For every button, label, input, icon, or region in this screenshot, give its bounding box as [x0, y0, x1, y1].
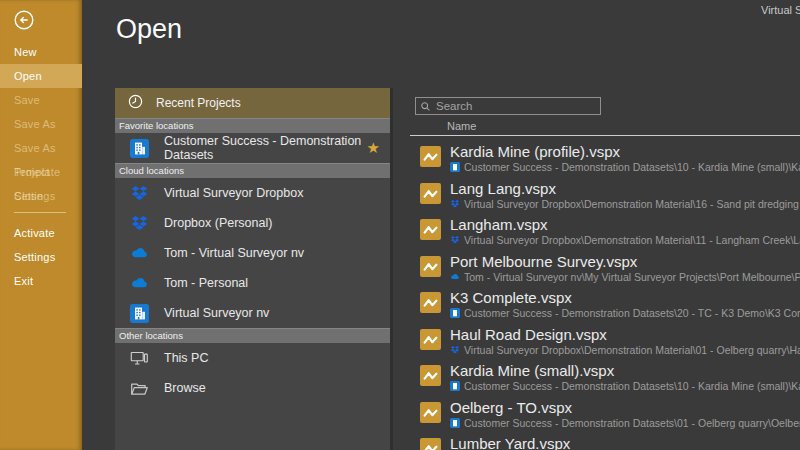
backstage-sidebar: New Open Save Save As Save As Template P…	[0, 0, 82, 450]
dropbox-icon	[450, 199, 460, 209]
location-virtual-surveyor-dropbox[interactable]: Virtual Surveyor Dropbox	[115, 178, 390, 208]
location-tom-personal[interactable]: Tom - Personal	[115, 268, 390, 298]
column-header-divider	[410, 135, 800, 136]
recent-files-list: Kardia Mine (profile).vspx Customer Succ…	[410, 139, 800, 450]
folder-open-icon	[130, 379, 149, 398]
location-tom-virtual-surveyor[interactable]: Tom - Virtual Surveyor nv	[115, 238, 390, 268]
file-path: Customer Success - Demonstration Dataset…	[450, 417, 800, 429]
dropbox-icon	[130, 214, 149, 233]
sidebar-item-open[interactable]: Open	[0, 64, 82, 88]
building-icon	[130, 139, 149, 158]
page-title: Open	[116, 14, 182, 45]
sidebar-item-activate[interactable]: Activate	[0, 221, 82, 245]
file-row-kardia-mine-small[interactable]: Kardia Mine (small).vspx Customer Succes…	[410, 358, 800, 395]
sidebar-item-save-as-template: Save As Template	[0, 136, 82, 160]
building-icon	[450, 162, 460, 172]
file-path: Virtual Surveyor Dropbox\Demonstration M…	[450, 234, 800, 246]
dropbox-icon	[130, 184, 149, 203]
location-label: Tom - Virtual Surveyor nv	[164, 246, 304, 260]
sidebar-divider	[14, 212, 66, 213]
location-label: Virtual Surveyor Dropbox	[164, 186, 303, 200]
file-name: Langham.vspx	[450, 216, 800, 233]
sidebar-item-settings[interactable]: Settings	[0, 245, 82, 269]
file-name: Kardia Mine (profile).vspx	[450, 143, 800, 160]
file-row-lumber-yard[interactable]: Lumber Yard.vspx	[410, 431, 800, 450]
building-icon	[130, 304, 149, 323]
location-label: This PC	[164, 351, 208, 365]
location-label: Dropbox (Personal)	[164, 216, 272, 230]
file-row-k3-complete[interactable]: K3 Complete.vspx Customer Success - Demo…	[410, 285, 800, 322]
onedrive-cloud-icon	[130, 274, 149, 293]
file-name: K3 Complete.vspx	[450, 289, 800, 306]
file-name: Lumber Yard.vspx	[450, 435, 800, 450]
sidebar-item-exit[interactable]: Exit	[0, 269, 82, 293]
file-name: Haul Road Design.vspx	[450, 326, 800, 343]
sidebar-item-project-settings: Project Settings	[0, 160, 82, 184]
vspx-file-icon	[420, 365, 441, 386]
window-title: Virtual S	[761, 4, 800, 16]
location-label: Virtual Surveyor nv	[164, 306, 269, 320]
dropbox-icon	[450, 345, 460, 355]
location-customer-success[interactable]: Customer Success - Demonstration Dataset…	[115, 133, 390, 163]
section-header-other: Other locations	[115, 328, 390, 343]
search-box	[415, 97, 601, 115]
vspx-file-icon	[420, 292, 441, 313]
file-path: Customer Success - Demonstration Dataset…	[450, 161, 800, 173]
sidebar-item-save-as: Save As	[0, 112, 82, 136]
file-name: Oelberg - TO.vspx	[450, 399, 800, 416]
dropbox-icon	[450, 235, 460, 245]
file-row-lang-lang[interactable]: Lang Lang.vspx Virtual Surveyor Dropbox\…	[410, 176, 800, 213]
file-row-port-melbourne-survey[interactable]: Port Melbourne Survey.vspx Tom - Virtual…	[410, 249, 800, 286]
monitor-icon	[130, 349, 149, 368]
sidebar-item-close: Close	[0, 184, 82, 208]
building-icon	[450, 418, 460, 428]
file-path: Customer Success - Demonstration Dataset…	[450, 307, 800, 319]
file-name: Kardia Mine (small).vspx	[450, 362, 800, 379]
location-label: Customer Success - Demonstration Dataset…	[164, 134, 390, 162]
file-name: Port Melbourne Survey.vspx	[450, 253, 800, 270]
vspx-file-icon	[420, 438, 441, 450]
clock-icon	[127, 93, 144, 113]
section-header-favorite: Favorite locations	[115, 118, 390, 133]
favorite-star-icon[interactable]: ★	[367, 140, 380, 155]
building-icon	[450, 308, 460, 318]
location-browse[interactable]: Browse	[115, 373, 390, 403]
search-icon	[420, 101, 431, 112]
section-header-cloud: Cloud locations	[115, 163, 390, 178]
locations-panel: Recent Projects Favorite locations Custo…	[115, 88, 393, 450]
location-virtual-surveyor-nv[interactable]: Virtual Surveyor nv	[115, 298, 390, 328]
location-label: Browse	[164, 381, 206, 395]
onedrive-cloud-icon	[450, 272, 460, 282]
vspx-file-icon	[420, 146, 441, 167]
open-backstage-screen: Virtual S New Open Save Save As Save As …	[0, 0, 800, 450]
column-header-name[interactable]: Name	[447, 120, 476, 132]
search-input[interactable]	[434, 99, 600, 113]
file-row-kardia-mine-profile[interactable]: Kardia Mine (profile).vspx Customer Succ…	[410, 139, 800, 176]
sidebar-item-save: Save	[0, 88, 82, 112]
vspx-file-icon	[420, 219, 441, 240]
vspx-file-icon	[420, 329, 441, 350]
file-path: Virtual Surveyor Dropbox\Demonstration M…	[450, 344, 800, 356]
vspx-file-icon	[420, 183, 441, 204]
recent-projects-label: Recent Projects	[156, 96, 241, 110]
file-row-langham[interactable]: Langham.vspx Virtual Surveyor Dropbox\De…	[410, 212, 800, 249]
recent-projects-button[interactable]: Recent Projects	[115, 88, 390, 118]
vspx-file-icon	[420, 256, 441, 277]
location-dropbox-personal[interactable]: Dropbox (Personal)	[115, 208, 390, 238]
sidebar-item-new[interactable]: New	[0, 40, 82, 64]
location-this-pc[interactable]: This PC	[115, 343, 390, 373]
file-name: Lang Lang.vspx	[450, 180, 800, 197]
file-path: Virtual Surveyor Dropbox\Demonstration M…	[450, 198, 800, 210]
location-label: Tom - Personal	[164, 276, 248, 290]
vspx-file-icon	[420, 402, 441, 423]
sidebar-menu: New Open Save Save As Save As Template P…	[0, 40, 82, 293]
back-button[interactable]	[13, 9, 35, 31]
file-path: Tom - Virtual Surveyor nv\My Virtual Sur…	[450, 271, 800, 283]
building-icon	[450, 381, 460, 391]
onedrive-cloud-icon	[130, 244, 149, 263]
file-row-oelberg-to[interactable]: Oelberg - TO.vspx Customer Success - Dem…	[410, 395, 800, 432]
file-row-haul-road-design[interactable]: Haul Road Design.vspx Virtual Surveyor D…	[410, 322, 800, 359]
file-path: Customer Success - Demonstration Dataset…	[450, 380, 800, 392]
